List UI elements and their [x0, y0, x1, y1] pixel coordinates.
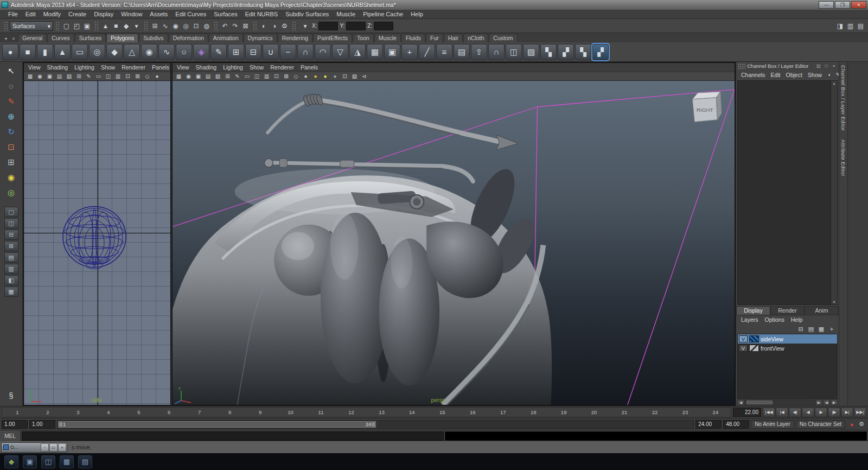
layer-tab-display[interactable]: Display [736, 306, 770, 315]
play-forwards-button[interactable]: ▶ [815, 408, 827, 417]
frame-13[interactable]: 13 [366, 409, 397, 415]
shelf-tab-curves[interactable]: Curves [47, 34, 74, 42]
menu-surfaces[interactable]: Surfaces [210, 10, 241, 18]
vp-menu-lighting[interactable]: Lighting [71, 64, 98, 71]
move-tool[interactable]: ⊕ [4, 109, 19, 124]
2d-pan-zoom-icon[interactable]: ⊞ [223, 73, 232, 80]
z-field[interactable] [374, 22, 393, 30]
ipr-render-icon[interactable]: ◑ [269, 21, 279, 31]
layout-four-view[interactable]: ⊞ [4, 241, 18, 251]
layer-swatch[interactable] [749, 335, 759, 342]
isolate-select-icon[interactable]: ⊡ [340, 73, 349, 80]
safe-title-icon[interactable]: ⊠ [133, 73, 142, 80]
channel-list-scrollbar[interactable]: ▲ ▼ [831, 80, 838, 305]
shelf-tab-general[interactable]: General [18, 34, 47, 42]
show-manipulator-tool[interactable]: ◎ [4, 185, 19, 200]
show-channel-box-icon[interactable]: ◨ [835, 21, 845, 31]
plugin-shapes-icon[interactable]: ⊲ [360, 73, 369, 80]
side-viewport-canvas[interactable]: y side [24, 81, 170, 405]
shelf-mirror-geometry[interactable]: ◫ [506, 44, 522, 60]
layer-menu-options[interactable]: Options [762, 316, 787, 323]
menu-set-selector[interactable]: Surfaces ▾ [10, 21, 53, 31]
layer-menu-help[interactable]: Help [788, 316, 806, 323]
float-panel-icon[interactable]: ◱ [815, 63, 822, 69]
new-layer-icon[interactable]: + [827, 325, 836, 333]
close-button[interactable]: × [851, 1, 866, 9]
shelf-tab-fur[interactable]: Fur [426, 34, 443, 42]
shelf-menu-icon[interactable]: ≡ [10, 35, 17, 42]
vp-menu-shading[interactable]: Shading [44, 64, 72, 71]
playback-end-field[interactable]: 24.00 [695, 420, 722, 429]
scene-open-icon[interactable]: ◰ [72, 21, 82, 31]
universal-manipulator-tool[interactable]: ⊞ [4, 155, 19, 169]
shelf-poly-torus[interactable]: ◎ [89, 44, 105, 60]
select-component-icon[interactable]: ◆ [121, 21, 131, 31]
shelf-sculpt-geometry[interactable]: ✎ [210, 44, 227, 60]
scroll-down-icon[interactable]: ▼ [832, 300, 836, 304]
step-forward-key-button[interactable]: |▶ [828, 408, 840, 417]
vp-menu-renderer[interactable]: Renderer [118, 64, 149, 71]
character-set-dropdown[interactable]: No Character Set [796, 420, 845, 429]
grease-pencil-icon[interactable]: ✎ [233, 73, 242, 80]
snap-projected-center-icon[interactable]: ◎ [181, 21, 191, 31]
snap-curve-icon[interactable]: ∿ [160, 21, 170, 31]
show-attribute-editor-icon[interactable]: ▤ [856, 21, 866, 31]
selection-mask-dropdown-icon[interactable]: ▾ [131, 21, 142, 31]
shelf-tab-custom[interactable]: Custom [489, 34, 517, 42]
layer-tab-anim[interactable]: Anim [805, 306, 839, 315]
shelf-combine[interactable]: ⊞ [228, 44, 244, 60]
vp-menu-show[interactable]: Show [246, 64, 267, 71]
wireframe-mode-icon[interactable]: ◇ [291, 73, 301, 80]
lock-camera-icon[interactable]: ◉ [35, 73, 44, 80]
shelf-poly-soccer-ball[interactable]: ○ [176, 44, 192, 60]
menu-subdiv-surfaces[interactable]: Subdiv Surfaces [282, 10, 333, 18]
layer-name[interactable]: frontView [761, 345, 784, 352]
layout-hypergraph-persp[interactable]: ▦ [4, 287, 18, 297]
taskbar-app-1[interactable]: ▣ [23, 455, 37, 468]
lasso-select-tool[interactable]: ◌ [4, 79, 19, 93]
menu-create[interactable]: Create [65, 10, 90, 18]
panel-vtab-channel-box-layer-editor[interactable]: Channel Box / Layer Editor [840, 65, 846, 131]
shelf-tab-hair[interactable]: Hair [444, 34, 463, 42]
y-field[interactable] [346, 22, 366, 30]
frame-4[interactable]: 4 [93, 409, 124, 415]
layer-name[interactable]: sideView [761, 336, 783, 342]
layer-row-sideview[interactable]: V sideView [738, 334, 837, 344]
taskbar-app-4[interactable]: ▤ [78, 455, 92, 468]
shelf-tab-animation[interactable]: Animation [209, 34, 243, 42]
shelf-boolean-union[interactable]: ∪ [263, 44, 279, 60]
film-gate-icon[interactable]: ▭ [94, 73, 103, 80]
menu-edit-nurbs[interactable]: Edit NURBS [241, 10, 282, 18]
frame-22[interactable]: 22 [640, 409, 670, 415]
shelf-bridge[interactable]: ∩ [488, 44, 505, 60]
scene-save-icon[interactable]: ▣ [82, 21, 92, 31]
frame-8[interactable]: 8 [215, 409, 245, 415]
render-current-frame-icon[interactable]: ◐ [259, 21, 269, 31]
shelf-tab-polygons[interactable]: Polygons [106, 34, 138, 42]
menu-help[interactable]: Help [407, 10, 427, 18]
shelf-triangulate[interactable]: ◮ [349, 44, 366, 60]
lock-camera-icon[interactable]: ◉ [184, 73, 193, 80]
frame-11[interactable]: 11 [306, 409, 336, 415]
step-forward-frame-button[interactable]: ▶| [841, 408, 853, 417]
snap-grid-icon[interactable]: ⊞ [150, 21, 160, 31]
shaded-mode-icon[interactable]: ● [152, 73, 162, 80]
layout-three-split-left[interactable]: ▥ [4, 264, 18, 274]
frame-16[interactable]: 16 [457, 409, 488, 415]
select-camera-icon[interactable]: ▦ [174, 73, 183, 80]
frame-10[interactable]: 10 [276, 409, 306, 415]
shelf-split-polygon[interactable]: ╱ [419, 44, 435, 60]
frame-5[interactable]: 5 [124, 409, 154, 415]
auto-keyframe-button[interactable]: ● [847, 420, 857, 429]
close-panel-icon[interactable]: × [831, 63, 837, 69]
select-object-icon[interactable]: ■ [111, 21, 121, 31]
menu-muscle[interactable]: Muscle [333, 10, 359, 18]
select-camera-icon[interactable]: ▦ [25, 73, 35, 80]
shelf-poly-cone[interactable]: ▲ [54, 44, 71, 60]
range-slider-handle[interactable]: 1 24 [58, 421, 376, 428]
vp-menu-panels[interactable]: Panels [149, 64, 173, 71]
shelf-tab-surfaces[interactable]: Surfaces [75, 34, 106, 42]
maximize-button[interactable]: ❐ [835, 1, 850, 9]
go-to-end-button[interactable]: ▶▶| [854, 408, 866, 417]
shelf-poly-pipe[interactable]: ◉ [141, 44, 157, 60]
